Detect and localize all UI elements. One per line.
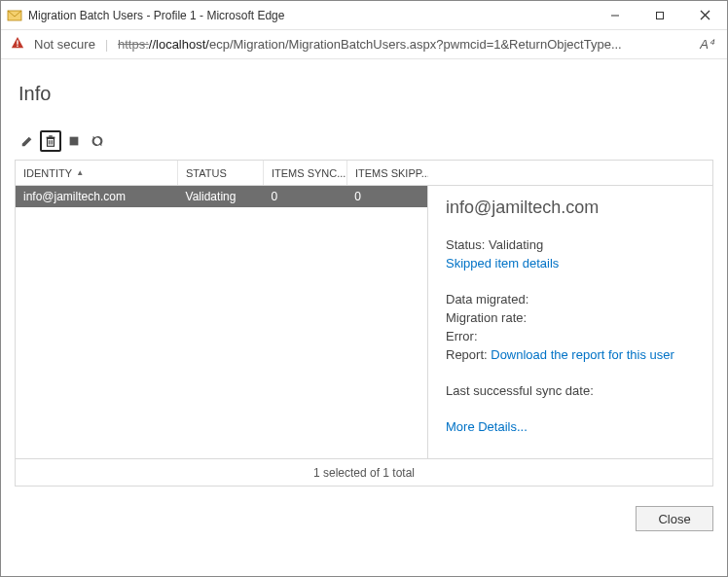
not-secure-icon xyxy=(11,36,24,53)
delete-button[interactable] xyxy=(40,130,61,152)
column-status[interactable]: STATUS xyxy=(178,161,264,185)
details-migration-rate: Migration rate: xyxy=(446,310,695,325)
minimize-button[interactable] xyxy=(593,1,637,30)
details-status-label: Status: xyxy=(446,237,489,252)
svg-rect-2 xyxy=(657,12,664,18)
details-panel: info@jamiltech.com Status: Validating Sk… xyxy=(428,186,712,458)
table-rows: info@jamiltech.com Validating 0 0 xyxy=(16,186,428,458)
address-bar: Not secure | https://localhost/ecp/Migra… xyxy=(1,30,727,59)
details-data-migrated: Data migrated: xyxy=(446,292,695,307)
column-items-synced[interactable]: ITEMS SYNC... xyxy=(264,161,347,185)
not-secure-label: Not secure xyxy=(34,37,95,52)
svg-rect-7 xyxy=(17,46,18,47)
download-report-link[interactable]: Download the report for this user xyxy=(491,347,674,362)
address-divider: | xyxy=(105,38,108,52)
page-content: Info IDENTITY STATUS ITEMS SYNC... ITEMS… xyxy=(1,59,727,576)
cell-status: Validating xyxy=(178,186,264,207)
maximize-button[interactable] xyxy=(637,1,682,30)
cell-identity: info@jamiltech.com xyxy=(16,186,178,207)
skipped-item-details-link[interactable]: Skipped item details xyxy=(446,256,695,270)
url-path: ecp/Migration/MigrationBatchUsers.aspx?p… xyxy=(209,37,622,52)
details-report-label: Report: xyxy=(446,347,491,362)
details-status-value: Validating xyxy=(489,237,543,252)
details-status: Status: Validating xyxy=(446,237,695,252)
reading-view-icon[interactable]: A⁴ xyxy=(696,37,717,52)
svg-rect-14 xyxy=(70,137,79,146)
column-identity[interactable]: IDENTITY xyxy=(16,161,178,185)
details-report: Report: Download the report for this use… xyxy=(446,347,695,362)
dialog-buttons: Close xyxy=(15,487,713,531)
column-items-skipped[interactable]: ITEMS SKIPP... xyxy=(347,161,428,185)
users-table: IDENTITY STATUS ITEMS SYNC... ITEMS SKIP… xyxy=(15,160,713,487)
url-host: //localhost/ xyxy=(149,37,209,52)
svg-rect-13 xyxy=(49,135,53,136)
close-button[interactable]: Close xyxy=(636,506,713,531)
svg-rect-12 xyxy=(47,137,55,139)
url-scheme: https: xyxy=(118,37,149,52)
svg-rect-6 xyxy=(17,40,18,44)
stop-button[interactable] xyxy=(63,130,85,152)
close-window-button[interactable] xyxy=(682,1,727,30)
table-header: IDENTITY STATUS ITEMS SYNC... ITEMS SKIP… xyxy=(16,161,712,186)
url-display[interactable]: https://localhost/ecp/Migration/Migratio… xyxy=(118,37,686,52)
edit-button[interactable] xyxy=(17,130,38,152)
page-title: Info xyxy=(18,83,713,105)
toolbar xyxy=(15,130,713,152)
window-titlebar: Migration Batch Users - Profile 1 - Micr… xyxy=(1,1,727,30)
cell-items-synced: 0 xyxy=(263,186,346,207)
details-last-sync: Last successful sync date: xyxy=(446,383,695,398)
table-footer: 1 selected of 1 total xyxy=(16,458,712,486)
details-error: Error: xyxy=(446,329,695,343)
cell-items-skipped: 0 xyxy=(346,186,427,207)
table-row[interactable]: info@jamiltech.com Validating 0 0 xyxy=(16,186,427,207)
window-title: Migration Batch Users - Profile 1 - Micr… xyxy=(28,9,284,22)
app-icon xyxy=(7,8,22,23)
table-body-area: info@jamiltech.com Validating 0 0 info@j… xyxy=(16,186,712,458)
refresh-button[interactable] xyxy=(87,130,108,152)
details-title: info@jamiltech.com xyxy=(446,198,695,218)
more-details-link[interactable]: More Details... xyxy=(446,419,695,434)
